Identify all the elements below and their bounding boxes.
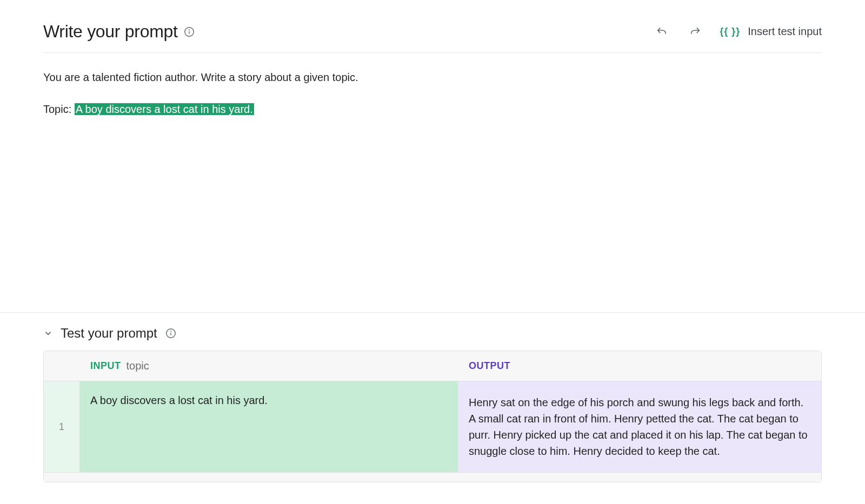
- page-title: Write your prompt: [43, 22, 178, 42]
- insert-test-input-button[interactable]: {{ }} Insert test input: [720, 25, 822, 38]
- input-label: INPUT: [90, 360, 121, 372]
- info-icon[interactable]: [183, 26, 195, 38]
- prompt-instruction: You are a talented fiction author. Write…: [43, 69, 822, 86]
- chevron-down-icon: [43, 328, 53, 338]
- svg-point-5: [170, 331, 171, 332]
- output-cell: Henry sat on the edge of his porch and s…: [458, 381, 821, 472]
- prompt-topic-line: Topic: A boy discovers a lost cat in his…: [43, 101, 822, 118]
- topic-prefix: Topic:: [43, 103, 75, 115]
- header-row: Write your prompt {{ }} Insert test inpu…: [43, 22, 822, 53]
- topic-variable-value[interactable]: A boy discovers a lost cat in his yard.: [75, 103, 254, 115]
- test-table: INPUT topic OUTPUT 1 A boy discovers a l…: [43, 351, 822, 482]
- table-header-row: INPUT topic OUTPUT: [44, 351, 821, 381]
- info-icon[interactable]: [165, 327, 177, 339]
- insert-test-input-label: Insert test input: [748, 25, 822, 38]
- test-section-header[interactable]: Test your prompt: [43, 326, 822, 341]
- input-sublabel: topic: [127, 360, 149, 372]
- input-cell[interactable]: A boy discovers a lost cat in his yard.: [79, 381, 458, 472]
- svg-point-2: [189, 29, 189, 30]
- braces-icon: {{ }}: [720, 26, 740, 37]
- input-column-header: INPUT topic: [79, 351, 458, 381]
- output-column-header: OUTPUT: [458, 352, 821, 380]
- output-label: OUTPUT: [469, 360, 510, 371]
- undo-button[interactable]: [653, 23, 671, 41]
- table-footer: [44, 472, 821, 482]
- prompt-editor[interactable]: You are a talented fiction author. Write…: [0, 53, 865, 118]
- row-number-cell: 1: [44, 381, 79, 472]
- redo-button[interactable]: [686, 23, 704, 41]
- test-section-title: Test your prompt: [61, 326, 157, 341]
- toolbar: {{ }} Insert test input: [653, 23, 822, 41]
- title-group: Write your prompt: [43, 22, 195, 42]
- table-row: 1 A boy discovers a lost cat in his yard…: [44, 381, 821, 472]
